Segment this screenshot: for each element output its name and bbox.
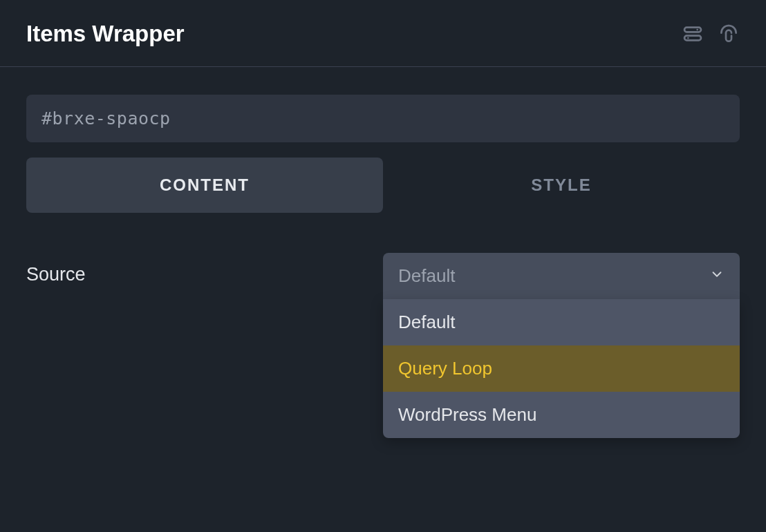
source-option[interactable]: Query Loop xyxy=(383,345,740,392)
tab-content[interactable]: CONTENT xyxy=(26,158,383,213)
source-dropdown-list: DefaultQuery LoopWordPress Menu xyxy=(383,299,740,438)
element-id-field[interactable] xyxy=(26,95,740,142)
source-option[interactable]: WordPress Menu xyxy=(383,392,740,438)
svg-rect-0 xyxy=(684,28,701,32)
source-selected-value: Default xyxy=(398,265,455,287)
source-dropdown[interactable]: Default xyxy=(383,253,740,299)
chevron-down-icon xyxy=(709,265,725,287)
page-title: Items Wrapper xyxy=(26,21,185,47)
source-label: Source xyxy=(26,253,383,285)
svg-point-2 xyxy=(696,29,698,31)
source-option[interactable]: Default xyxy=(383,299,740,345)
toggle-stack-icon[interactable] xyxy=(682,23,704,45)
svg-point-3 xyxy=(687,37,689,39)
svg-rect-1 xyxy=(684,36,701,41)
interactions-icon[interactable] xyxy=(718,23,740,45)
tab-style[interactable]: STYLE xyxy=(383,158,740,213)
